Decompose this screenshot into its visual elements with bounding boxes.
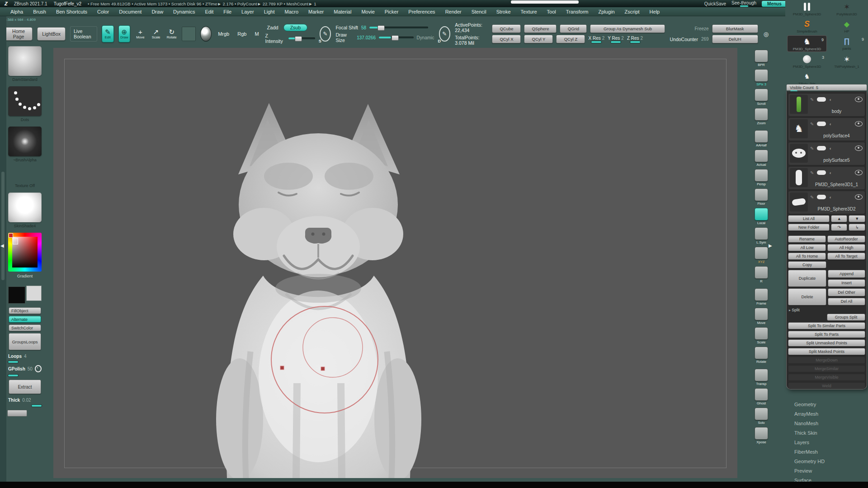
menu-item[interactable]: Draw	[146, 9, 168, 14]
subtool-down-button[interactable]: ▼	[849, 215, 865, 222]
draw-size-slider[interactable]	[379, 37, 414, 38]
split-section-label[interactable]: Split	[789, 308, 865, 312]
menu-item[interactable]: Movie	[356, 9, 379, 14]
lasso-icon[interactable]: ◎	[764, 31, 769, 38]
subtool-thumbnail[interactable]	[790, 95, 808, 114]
zsub-button[interactable]: Zsub	[283, 24, 307, 31]
material-ball[interactable]	[200, 26, 212, 42]
menu-item[interactable]: Material	[329, 9, 356, 14]
menu-item[interactable]: Edit	[200, 9, 218, 14]
polypaint-toggle[interactable]	[817, 146, 826, 150]
texture-name[interactable]: Texture Off	[15, 183, 35, 188]
tool-tile[interactable]: ◆HP	[827, 18, 867, 34]
focal-shift-slider[interactable]	[369, 27, 428, 28]
right-shelf-item[interactable]: Actual	[755, 150, 768, 167]
edit-button[interactable]: ✎ Edit	[102, 25, 114, 42]
right-shelf-icon[interactable]	[755, 130, 768, 143]
gizmo-point[interactable]	[321, 367, 325, 371]
menu-item[interactable]: Document	[114, 9, 146, 14]
eye-icon[interactable]	[855, 97, 863, 102]
right-shelf-item[interactable]: Ghost	[755, 388, 768, 405]
right-shelf-item[interactable]: Scale	[755, 327, 768, 344]
right-shelf-icon[interactable]	[755, 50, 768, 62]
zadd-button[interactable]: Zadd	[265, 25, 280, 30]
right-shelf-icon[interactable]	[755, 169, 768, 182]
alternate-button[interactable]: Alternate	[9, 316, 41, 323]
right-shelf-icon[interactable]	[755, 308, 768, 320]
y-res-field[interactable]: Y Res2	[608, 36, 624, 43]
current-alpha-thumbnail[interactable]	[8, 127, 42, 156]
z-intensity-slider[interactable]	[288, 38, 315, 39]
right-shelf-item[interactable]: XYZ	[755, 247, 768, 264]
subpalette-header[interactable]: FiberMesh	[785, 447, 868, 456]
right-shelf-icon[interactable]	[755, 347, 768, 359]
tool-tile[interactable]: 9∏pants	[827, 35, 867, 52]
duplicate-button[interactable]: Duplicate	[788, 270, 826, 287]
qcyl-y-button[interactable]: QCyl Y	[524, 35, 553, 43]
split-button[interactable]: Split Masked Points	[788, 348, 865, 355]
paint-icon[interactable]: ✎	[810, 170, 814, 175]
polypaint-toggle[interactable]	[817, 122, 826, 126]
deluh-button[interactable]: DelUH	[712, 35, 758, 43]
right-shelf-icon[interactable]	[755, 150, 768, 162]
scale-button[interactable]: ↗ Scale	[151, 26, 162, 42]
menu-item[interactable]: Stroke	[491, 9, 516, 14]
paint-icon[interactable]: ✎	[810, 122, 814, 127]
right-shelf-icon[interactable]	[755, 188, 768, 201]
visible-count-bar[interactable]: Visible Count 5	[786, 84, 867, 91]
thick-slider[interactable]: Thick 0.02	[8, 398, 42, 403]
menu-item[interactable]: Light	[259, 9, 280, 14]
qsphere-button[interactable]: QSphere	[524, 24, 557, 33]
gradient-label[interactable]: Gradient	[17, 274, 33, 278]
subpalette-header[interactable]: Thick Skin	[785, 428, 868, 437]
menus-button[interactable]: Menus	[762, 1, 787, 7]
color-swatch[interactable]	[182, 27, 196, 41]
right-shelf-item[interactable]: Frame	[755, 288, 768, 305]
rgb-button[interactable]: Rgb	[236, 31, 248, 37]
groups-loops-button[interactable]: GroupsLoops	[9, 333, 41, 350]
live-boolean-button[interactable]: Live Boolean	[70, 26, 97, 42]
eye-icon[interactable]	[855, 194, 863, 200]
right-shelf-item[interactable]: Zoom	[755, 108, 768, 125]
home-page-button[interactable]: Home Page	[5, 27, 33, 41]
subpalette-header[interactable]: Preview	[785, 466, 868, 475]
right-shelf-item[interactable]: Scroll	[755, 89, 768, 106]
right-shelf-icon[interactable]	[755, 108, 768, 121]
menu-item[interactable]: Zscript	[620, 9, 645, 14]
loops-slider[interactable]: Loops 4	[8, 354, 42, 359]
delete-button[interactable]: Delete	[788, 288, 826, 305]
menu-item[interactable]: Brush	[28, 9, 51, 14]
all-to-home-button[interactable]: All To Home	[788, 253, 826, 260]
append-button[interactable]: Append	[828, 270, 865, 278]
group-as-dynamesh-sub-button[interactable]: Group As Dynamesh Sub	[590, 24, 665, 33]
secondary-color-swatch[interactable]	[26, 286, 42, 301]
subtool-thumbnail[interactable]	[790, 192, 808, 211]
mask-icon[interactable]: ◐	[829, 195, 832, 200]
rename-button[interactable]: Rename	[788, 235, 826, 243]
right-shelf-icon[interactable]	[755, 327, 768, 340]
right-shelf-icon[interactable]	[755, 427, 768, 440]
subtool-row[interactable]: ✎◐ PM3D_Sphere3D2	[788, 191, 865, 214]
redo-arrow-button[interactable]: ↷	[831, 224, 848, 231]
switch-color-button[interactable]: SwitchColor	[9, 324, 41, 331]
menu-item[interactable]: Color	[92, 9, 114, 14]
menu-item[interactable]: Marker	[303, 9, 329, 14]
left-scrollbar[interactable]	[1, 172, 5, 280]
split-button[interactable]: Split To Parts	[788, 331, 865, 338]
autoreorder-button[interactable]: AutoReorder	[827, 235, 865, 243]
polypaint-toggle[interactable]	[817, 195, 826, 199]
right-shelf-icon[interactable]	[755, 288, 768, 301]
gizmo-point[interactable]	[280, 366, 284, 370]
see-through-handle[interactable]	[740, 5, 748, 7]
split-button[interactable]: Split Unmasked Points	[788, 339, 865, 347]
eye-icon[interactable]	[855, 145, 863, 151]
eye-icon[interactable]	[855, 170, 863, 175]
rotate-button[interactable]: ↻ Rotate	[166, 26, 177, 42]
gpolish-slider[interactable]: GPolish 50	[8, 365, 42, 372]
subtool-thumbnail[interactable]: ♞	[790, 119, 808, 138]
right-shelf-item[interactable]: Floor	[755, 188, 768, 206]
menu-item[interactable]: Ben Shortcuts	[51, 9, 92, 14]
right-shelf-item[interactable]: Xpose	[755, 427, 768, 444]
see-through-slider[interactable]: See-through	[731, 1, 756, 7]
menu-item[interactable]: Tool	[542, 9, 561, 14]
